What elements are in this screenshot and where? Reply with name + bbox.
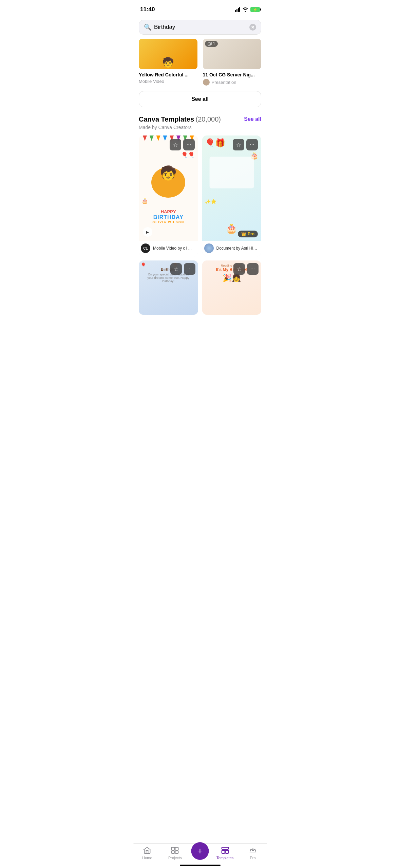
card-4-actions: ☆ ··· bbox=[233, 263, 259, 275]
author-avatar bbox=[203, 79, 210, 86]
section-title-group: Canva Templates (20,000) bbox=[139, 115, 221, 123]
see-all-button[interactable]: See all bbox=[139, 91, 261, 107]
card-1-more-button[interactable]: ··· bbox=[183, 139, 195, 150]
template-card-2[interactable]: 🎈🎁 🎂 🎂 ✨⭐ ☆ ··· 👑 Pro bbox=[202, 135, 262, 256]
hb-text: HAPPY BIRTHDAY OLIVIA WILSON bbox=[139, 209, 198, 224]
card-3-more-button[interactable]: ··· bbox=[184, 263, 195, 275]
card-1-meta: CL Mobile Video by c l ... bbox=[139, 241, 198, 256]
search-input[interactable]: Birthday bbox=[154, 24, 249, 31]
recent-item-1[interactable]: 🧒 Yellow Red Colorful ... Mobile Video bbox=[139, 39, 197, 86]
copy-icon bbox=[208, 42, 212, 46]
template-card-3[interactable]: Birthday On your special day, I hope all… bbox=[139, 260, 198, 315]
recent-title-2: 11 Oct CG Server Nig... bbox=[203, 72, 262, 77]
cake-left: 🎂 bbox=[141, 198, 148, 204]
card-2-avatar bbox=[204, 243, 214, 253]
canva-templates-section: Canva Templates (20,000) See all Made by… bbox=[133, 115, 267, 315]
card4-emoji: 🎉👧 bbox=[223, 274, 241, 283]
status-bar: 11:40 ⚡ bbox=[133, 0, 267, 17]
section-header: Canva Templates (20,000) See all bbox=[139, 115, 261, 123]
recent-items-list: 🧒 Yellow Red Colorful ... Mobile Video 1 bbox=[139, 39, 261, 86]
balloon-deco: 🎈🎁 bbox=[205, 138, 225, 148]
card-1-avatar: CL bbox=[141, 243, 150, 253]
pro-label: Pro bbox=[248, 232, 254, 236]
card-4-more-button[interactable]: ··· bbox=[247, 263, 259, 275]
template-img-2: 🎈🎁 🎂 🎂 ✨⭐ ☆ ··· 👑 Pro bbox=[202, 135, 262, 241]
battery-icon: ⚡ bbox=[250, 7, 260, 12]
wifi-icon bbox=[242, 7, 248, 12]
card3-balloon1: 🎈 bbox=[141, 263, 146, 267]
card-3-star-button[interactable]: ☆ bbox=[170, 263, 182, 275]
recent-meta-1: Mobile Video bbox=[139, 79, 197, 84]
canva-see-all-link[interactable]: See all bbox=[244, 115, 261, 122]
recent-results-section: 🧒 Yellow Red Colorful ... Mobile Video 1 bbox=[133, 39, 267, 91]
card-1-meta-text: Mobile Video by c l ... bbox=[153, 246, 192, 251]
card-3-actions: ☆ ··· bbox=[170, 263, 195, 275]
card2-cake-bottom: 🎂 bbox=[226, 223, 237, 234]
crown-icon: 👑 bbox=[241, 232, 246, 236]
recent-type-2: Presentation bbox=[212, 80, 236, 85]
template-img-1: 🧒 🎈🎈 🎂 HAPPY BIRTHDAY OLIVIA WILSON bbox=[139, 135, 198, 241]
status-time: 11:40 bbox=[140, 6, 155, 13]
card-4-star-button[interactable]: ☆ bbox=[233, 263, 245, 275]
section-subtitle: Made by Canva Creators bbox=[139, 125, 261, 130]
card-2-meta-text: Document by Asri Hikmat... bbox=[216, 246, 260, 251]
card-1-star-button[interactable]: ☆ bbox=[170, 139, 181, 150]
card-2-more-button[interactable]: ··· bbox=[246, 139, 258, 150]
recent-meta-2: Presentation bbox=[203, 79, 262, 86]
template-card-1[interactable]: 🧒 🎈🎈 🎂 HAPPY BIRTHDAY OLIVIA WILSON bbox=[139, 135, 198, 256]
canva-templates-title: Canva Templates bbox=[139, 115, 194, 123]
status-icons: ⚡ bbox=[235, 7, 260, 12]
signal-icon bbox=[235, 7, 240, 12]
recent-title-1: Yellow Red Colorful ... bbox=[139, 72, 197, 77]
card-2-star-button[interactable]: ☆ bbox=[233, 139, 244, 150]
child-image: 🧒 bbox=[160, 165, 177, 181]
card-2-actions: ☆ ··· bbox=[233, 139, 258, 150]
canva-templates-count: (20,000) bbox=[195, 115, 221, 123]
template-grid: 🧒 🎈🎈 🎂 HAPPY BIRTHDAY OLIVIA WILSON bbox=[139, 135, 261, 315]
balloons-right: 🎈🎈 bbox=[181, 151, 195, 158]
person-emoji: 🧒 bbox=[162, 57, 174, 68]
clear-search-button[interactable] bbox=[249, 24, 256, 31]
template-card-4[interactable]: Reading Activity It's My Birthday! 🎉👧 ☆ … bbox=[202, 260, 262, 315]
recent-item-2[interactable]: 1 11 Oct CG Server Nig... Presentation bbox=[203, 39, 262, 86]
pro-badge: 👑 Pro bbox=[238, 231, 258, 237]
card2-blank-area bbox=[209, 157, 254, 188]
recent-thumbnail-2: 1 bbox=[203, 39, 262, 69]
card-1-actions: ☆ ··· bbox=[170, 139, 195, 150]
recent-type-1: Mobile Video bbox=[139, 79, 164, 84]
search-bar[interactable]: 🔍 Birthday bbox=[139, 20, 261, 35]
version-badge: 1 bbox=[205, 41, 218, 47]
star-deco: ✨⭐ bbox=[205, 199, 216, 204]
recent-thumbnail-1: 🧒 bbox=[139, 39, 197, 69]
search-icon: 🔍 bbox=[144, 23, 151, 31]
card-2-meta: Document by Asri Hikmat... bbox=[202, 241, 262, 256]
search-bar-container: 🔍 Birthday bbox=[133, 17, 267, 39]
